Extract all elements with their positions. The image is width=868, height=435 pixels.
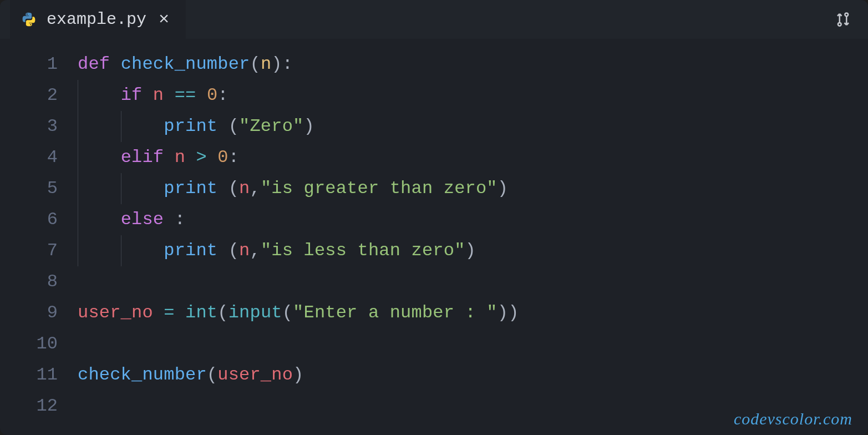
tab-bar: example.py ×	[0, 0, 868, 39]
comma: ,	[250, 178, 260, 199]
paren: (	[229, 178, 239, 199]
builtin-print: print	[164, 178, 217, 199]
paren: (	[282, 302, 293, 323]
colon: :	[282, 54, 293, 74]
colon: :	[229, 147, 239, 168]
indent-guide	[78, 173, 78, 204]
compare-changes-icon[interactable]	[835, 11, 851, 31]
paren: )	[271, 54, 282, 74]
indent-guide	[78, 111, 78, 142]
paren: )	[303, 116, 314, 136]
variable: n	[153, 85, 164, 105]
indent-guide	[121, 173, 121, 204]
paren: )	[508, 302, 519, 323]
code-line[interactable]: print (n,"is less than zero")	[78, 235, 868, 266]
variable: user_no	[217, 365, 293, 385]
code-line[interactable]: if n == 0:	[78, 80, 868, 111]
line-number: 4	[6, 142, 58, 173]
line-number: 11	[6, 360, 58, 391]
paren: )	[293, 365, 303, 385]
code-content[interactable]: def check_number(n): if n == 0: print ("…	[78, 49, 868, 435]
builtin-input: input	[229, 302, 282, 323]
python-file-icon	[21, 12, 37, 27]
indent-guide	[78, 142, 78, 173]
string: "Zero"	[239, 116, 303, 136]
keyword-elif: elif	[121, 147, 164, 168]
variable: user_no	[78, 302, 153, 323]
number: 0	[207, 85, 217, 105]
keyword-def: def	[78, 54, 110, 74]
string: "Enter a number : "	[293, 302, 498, 323]
operator: >	[196, 147, 206, 168]
indent-guide	[78, 235, 78, 266]
paren: )	[498, 178, 508, 199]
keyword-else: else	[121, 209, 164, 230]
line-number: 8	[6, 266, 58, 297]
close-tab-icon[interactable]: ×	[156, 9, 171, 30]
paren: (	[217, 302, 228, 323]
keyword-if: if	[121, 85, 143, 105]
colon: :	[217, 85, 228, 105]
comma: ,	[250, 240, 260, 261]
file-tab[interactable]: example.py ×	[10, 0, 186, 39]
colon: :	[175, 209, 185, 230]
line-number: 3	[6, 111, 58, 142]
indent-guide	[78, 204, 78, 235]
paren: (	[229, 240, 239, 261]
code-line[interactable]	[78, 328, 868, 360]
indent-guide	[78, 80, 78, 111]
tab-filename: example.py	[47, 10, 146, 29]
code-line[interactable]: check_number(user_no)	[78, 360, 868, 391]
watermark: codevscolor.com	[734, 409, 852, 428]
number: 0	[217, 147, 228, 168]
svg-point-1	[845, 13, 848, 16]
line-number: 2	[6, 80, 58, 111]
variable: n	[175, 147, 185, 168]
code-line[interactable]: print ("Zero")	[78, 111, 868, 142]
builtin-print: print	[164, 116, 217, 136]
svg-point-0	[838, 23, 841, 26]
indent-guide	[121, 111, 121, 142]
line-number: 5	[6, 173, 58, 204]
paren: )	[498, 302, 508, 323]
operator: =	[164, 302, 174, 323]
line-number: 12	[6, 391, 58, 422]
function-call: check_number	[78, 365, 207, 385]
code-line[interactable]: elif n > 0:	[78, 142, 868, 173]
indent	[78, 85, 121, 105]
builtin-print: print	[164, 240, 217, 261]
indent-guide	[121, 235, 121, 266]
paren: (	[250, 54, 260, 74]
string: "is less than zero"	[261, 240, 465, 261]
line-number: 10	[6, 328, 58, 360]
code-line[interactable]	[78, 266, 868, 297]
code-line[interactable]: user_no = int(input("Enter a number : ")…	[78, 297, 868, 328]
string: "is greater than zero"	[261, 178, 498, 199]
operator: ==	[175, 85, 196, 105]
editor-container: example.py × 1 2 3 4 5 6 7 8 9 10	[0, 0, 868, 435]
code-area[interactable]: 1 2 3 4 5 6 7 8 9 10 11 12 def check_num…	[0, 39, 868, 435]
code-line[interactable]: def check_number(n):	[78, 49, 868, 80]
line-number: 9	[6, 297, 58, 328]
paren: (	[229, 116, 239, 136]
line-number: 6	[6, 204, 58, 235]
variable: n	[239, 178, 250, 199]
paren: )	[465, 240, 476, 261]
code-line[interactable]: else :	[78, 204, 868, 235]
line-number: 1	[6, 49, 58, 80]
param: n	[261, 54, 271, 74]
line-number-gutter: 1 2 3 4 5 6 7 8 9 10 11 12	[6, 49, 78, 435]
line-number: 7	[6, 235, 58, 266]
indent	[78, 147, 121, 168]
function-name: check_number	[121, 54, 250, 74]
paren: (	[207, 365, 217, 385]
code-line[interactable]: print (n,"is greater than zero")	[78, 173, 868, 204]
indent	[78, 209, 121, 230]
builtin-int: int	[185, 302, 217, 323]
variable: n	[239, 240, 250, 261]
